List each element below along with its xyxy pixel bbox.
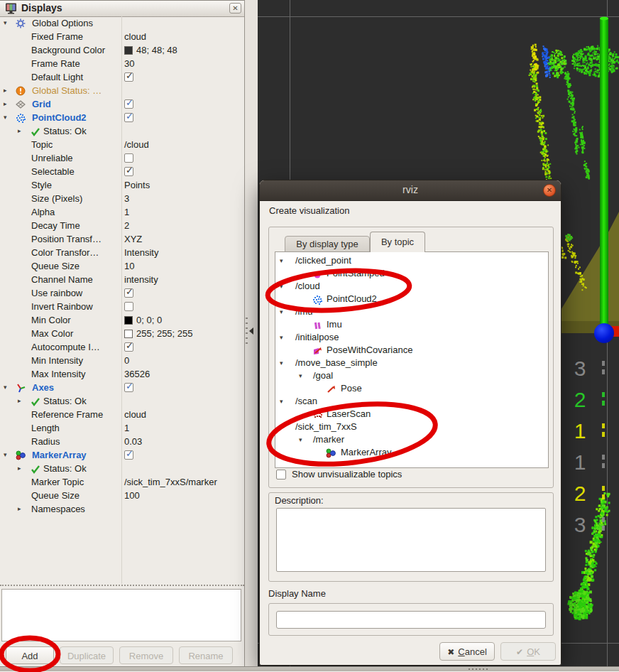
collapse-arrow-icon[interactable] (249, 327, 253, 335)
property-value[interactable]: Points (124, 180, 150, 190)
display-row[interactable]: Queue Size100 (0, 489, 244, 503)
display-row[interactable]: Channel Nameintensity (0, 273, 244, 287)
description-textarea[interactable] (276, 508, 546, 572)
expander-closed-icon[interactable]: ▸ (18, 465, 21, 472)
display-row[interactable]: StylePoints (0, 179, 244, 193)
topic-row[interactable]: MarkerArray (275, 447, 548, 460)
topic-row[interactable]: ▾/scan (275, 396, 548, 408)
property-checkbox[interactable]: ✓ (124, 383, 133, 392)
display-row[interactable]: Length1 (0, 422, 244, 435)
cancel-button[interactable]: ✖Cancel (439, 642, 495, 661)
display-row[interactable]: Autocompute I…✓ (0, 341, 244, 354)
display-row[interactable]: Size (Pixels)3 (0, 193, 244, 206)
property-value[interactable]: 0.03 (124, 436, 142, 447)
topic-row[interactable]: Pose (275, 383, 548, 396)
property-value[interactable]: 0; 0; 0 (124, 315, 162, 325)
property-checkbox[interactable] (124, 153, 133, 163)
remove-button[interactable]: Remove (119, 646, 173, 664)
property-value[interactable]: 36526 (124, 369, 150, 379)
display-row[interactable]: Color Transfor…Intensity (0, 246, 244, 260)
expander-closed-icon[interactable]: ▸ (18, 127, 21, 134)
topic-row[interactable]: ▾/cloud (275, 281, 548, 293)
expander-open-icon[interactable]: ▾ (280, 423, 283, 430)
property-value[interactable]: 30 (124, 58, 134, 69)
property-checkbox[interactable]: ✓ (124, 99, 133, 109)
tab-by-topic[interactable]: By topic (370, 232, 425, 252)
panel-splitter[interactable] (245, 0, 258, 666)
add-button[interactable]: Add (6, 646, 54, 664)
expander-open-icon[interactable]: ▾ (299, 436, 302, 443)
display-row[interactable]: Max Color255; 255; 255 (0, 327, 244, 341)
property-value[interactable]: Intensity (124, 247, 158, 258)
expander-open-icon[interactable]: ▾ (4, 451, 7, 458)
property-value[interactable]: cloud (124, 31, 146, 42)
close-icon[interactable]: ✕ (543, 184, 556, 197)
topic-row[interactable]: ▾/move_base_simple (275, 357, 548, 370)
expander-open-icon[interactable]: ▾ (4, 19, 7, 26)
display-row[interactable]: Background Color48; 48; 48 (0, 44, 244, 58)
display-row[interactable]: Default Light✓ (0, 71, 244, 85)
property-value[interactable]: /sick_tim_7xxS/marker (124, 477, 217, 487)
topic-row[interactable]: PointStamped (275, 268, 548, 281)
property-checkbox[interactable]: ✓ (124, 72, 133, 82)
display-name-input[interactable] (276, 611, 546, 629)
display-row[interactable]: ▸Status: Ok (0, 125, 244, 139)
ok-button[interactable]: ✔OK (500, 642, 556, 661)
property-value[interactable]: 2 (124, 220, 129, 231)
topic-row[interactable]: ▾/initialpose (275, 332, 548, 345)
expander-open-icon[interactable]: ▾ (4, 384, 7, 391)
panel-splitter-line[interactable] (0, 585, 244, 586)
rename-button[interactable]: Rename (179, 646, 233, 664)
property-value[interactable]: intensity (124, 274, 158, 285)
expander-open-icon[interactable]: ▾ (299, 372, 302, 379)
expander-open-icon[interactable]: ▾ (280, 283, 283, 290)
display-row[interactable]: ▾PointCloud2✓ (0, 112, 244, 125)
display-row[interactable]: ▸Status: Ok (0, 395, 244, 408)
expander-open-icon[interactable]: ▾ (280, 359, 283, 367)
property-checkbox[interactable]: ✓ (124, 342, 133, 352)
dialog-titlebar[interactable]: rviz ✕ (260, 180, 561, 201)
display-row[interactable]: Fixed Framecloud (0, 31, 244, 44)
property-checkbox[interactable]: ✓ (124, 288, 133, 298)
property-checkbox[interactable]: ✓ (124, 167, 133, 176)
display-row[interactable]: Min Color0; 0; 0 (0, 314, 244, 327)
display-row[interactable]: Unreliable (0, 152, 244, 166)
topic-row[interactable]: PoseWithCovariance (275, 345, 548, 357)
duplicate-button[interactable]: Duplicate (60, 646, 114, 664)
display-row[interactable]: Position Transf…XYZ (0, 233, 244, 246)
display-row[interactable]: ▸Global Status: … (0, 85, 244, 98)
topic-row[interactable]: ▾/marker (275, 434, 548, 447)
topic-row[interactable]: Imu (275, 319, 548, 332)
expander-closed-icon[interactable]: ▸ (18, 397, 21, 404)
tab-by-display-type[interactable]: By display type (285, 236, 370, 252)
topic-row[interactable]: ▾/sick_tim_7xxS (275, 421, 548, 434)
property-value[interactable]: 3 (124, 193, 129, 204)
expander-open-icon[interactable]: ▾ (280, 257, 283, 264)
display-row[interactable]: Queue Size10 (0, 260, 244, 273)
display-row[interactable]: ▾Axes✓ (0, 381, 244, 395)
topic-row[interactable]: ▾/imu (275, 306, 548, 319)
property-value[interactable]: 48; 48; 48 (124, 45, 177, 55)
resize-grip-dots[interactable] (469, 668, 488, 670)
topic-row[interactable]: ▾/goal (275, 370, 548, 383)
property-checkbox[interactable] (124, 302, 133, 311)
display-row[interactable]: Topic/cloud (0, 139, 244, 152)
display-row[interactable]: Marker Topic/sick_tim_7xxS/marker (0, 476, 244, 489)
expander-open-icon[interactable]: ▾ (4, 114, 7, 121)
property-value[interactable]: 1 (124, 423, 129, 433)
topic-row[interactable]: LaserScan (275, 408, 548, 421)
expander-open-icon[interactable]: ▾ (280, 334, 283, 341)
property-value[interactable]: 255; 255; 255 (124, 328, 193, 339)
property-value[interactable]: cloud (124, 409, 146, 420)
display-row[interactable]: Radius0.03 (0, 435, 244, 449)
display-row[interactable]: ▾Global Options (0, 17, 244, 31)
display-row[interactable]: ▸Grid✓ (0, 98, 244, 112)
property-value[interactable]: 100 (124, 490, 140, 501)
property-checkbox[interactable]: ✓ (124, 450, 133, 460)
display-row[interactable]: Min Intensity0 (0, 354, 244, 368)
display-row[interactable]: Reference Framecloud (0, 408, 244, 422)
display-row[interactable]: Alpha1 (0, 206, 244, 220)
display-row[interactable]: ▸Namespaces (0, 503, 244, 516)
display-row[interactable]: ▾MarkerArray✓ (0, 449, 244, 462)
topic-row[interactable]: ▾/clicked_point (275, 255, 548, 268)
